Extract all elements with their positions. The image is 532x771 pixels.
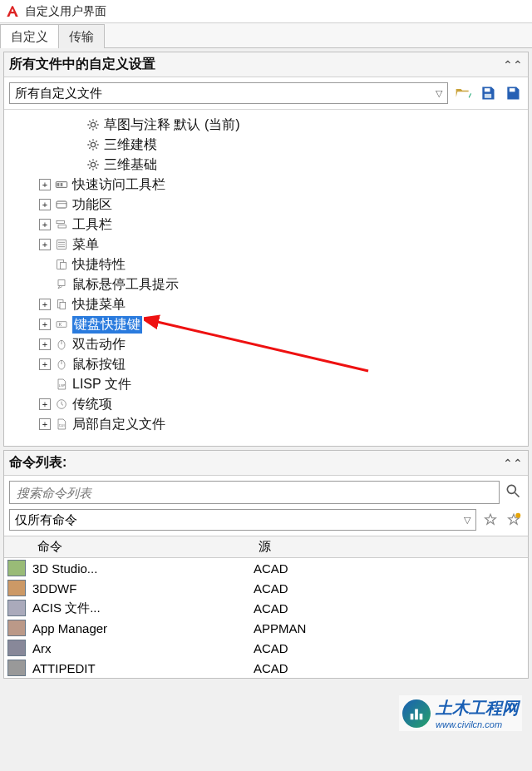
column-header-command[interactable]: 命令: [4, 539, 254, 555]
title-bar: 自定义用户界面: [0, 0, 532, 23]
expand-toggle[interactable]: +: [39, 358, 51, 370]
table-row[interactable]: 3D Studio... ACAD: [4, 558, 528, 578]
command-source: ACAD: [254, 601, 528, 615]
tree-node-mouse-buttons[interactable]: + 鼠标按钮: [12, 354, 525, 374]
tree-node-keyboard-shortcuts[interactable]: + K 键盘快捷键: [12, 314, 525, 334]
svg-point-3: [91, 122, 95, 126]
context-menu-icon: [54, 297, 69, 312]
command-filter-combo[interactable]: 仅所有命令 ▽: [9, 509, 476, 531]
expand-toggle[interactable]: +: [39, 398, 51, 410]
svg-point-4: [91, 142, 95, 146]
watermark: 土木工程网 www.civilcn.com: [399, 695, 522, 731]
menu-icon: [54, 237, 69, 252]
tree-node-menu[interactable]: + 菜单: [12, 235, 525, 255]
tree-node-rollover-tooltip[interactable]: 鼠标悬停工具提示: [12, 274, 525, 294]
table-row[interactable]: 3DDWF ACAD: [4, 578, 528, 598]
tree-label-selected: 键盘快捷键: [72, 316, 142, 334]
tree-node-double-click[interactable]: + 双击动作: [12, 334, 525, 354]
tree-spacer: [39, 279, 51, 290]
command-filter-value: 仅所有命令: [15, 512, 77, 528]
svg-rect-1: [485, 94, 491, 98]
table-row[interactable]: Arx ACAD: [4, 638, 528, 658]
command-source: APPMAN: [254, 621, 528, 635]
chevron-down-icon: ▽: [436, 88, 442, 99]
command-icon: [7, 580, 26, 596]
svg-rect-0: [485, 88, 490, 91]
expand-toggle[interactable]: +: [39, 219, 51, 230]
tree-node-quick-props[interactable]: 快捷特性: [12, 255, 525, 274]
command-icon: [7, 660, 26, 676]
svg-text:CUI: CUI: [59, 423, 65, 428]
expand-toggle[interactable]: +: [39, 339, 51, 350]
tree-label: 三维基础: [104, 156, 157, 174]
svg-text:LSP: LSP: [59, 383, 66, 388]
tree-label: 功能区: [72, 196, 112, 214]
tree-node-qat[interactable]: + 快速访问工具栏: [12, 175, 525, 195]
expand-toggle[interactable]: +: [39, 319, 51, 330]
svg-rect-8: [61, 183, 63, 186]
table-row[interactable]: App Manager APPMAN: [4, 618, 528, 638]
search-icon[interactable]: [503, 481, 523, 501]
cui-file-icon: CUI: [54, 417, 69, 432]
collapse-button[interactable]: ⌃⌃: [503, 457, 523, 470]
keyboard-icon: K: [54, 317, 69, 332]
collapse-button[interactable]: ⌃⌃: [503, 58, 523, 72]
table-row[interactable]: ACIS 文件... ACAD: [4, 598, 528, 618]
svg-point-34: [515, 513, 520, 518]
save-as-button[interactable]: [503, 83, 523, 103]
tree-label: 快速访问工具栏: [72, 176, 165, 194]
tree-spacer: [71, 139, 82, 151]
command-search-row: [4, 476, 528, 509]
tree-spacer: [39, 378, 51, 390]
file-combo[interactable]: 所有自定义文件 ▽: [9, 82, 448, 104]
new-favorite-button[interactable]: [505, 511, 523, 529]
tree-node-legacy[interactable]: + 传统项: [12, 394, 525, 414]
column-header-source[interactable]: 源: [254, 539, 528, 555]
expand-toggle[interactable]: +: [39, 179, 51, 190]
tree-label: 双击动作: [72, 336, 126, 353]
toolbars-icon: [54, 217, 69, 232]
tree-label: 工具栏: [72, 216, 112, 234]
mouse-icon: [54, 357, 69, 372]
tree-node-shortcut-menu[interactable]: + 快捷菜单: [12, 294, 525, 314]
command-name: Arx: [32, 641, 254, 655]
mouse-doubleclick-icon: [54, 337, 69, 352]
expand-toggle[interactable]: +: [39, 299, 51, 310]
tree-node-3d-basics[interactable]: 三维基础: [12, 155, 525, 175]
tab-transfer[interactable]: 传输: [58, 24, 105, 48]
tree-label: 局部自定义文件: [72, 416, 165, 433]
tree-node-3d-modeling[interactable]: 三维建模: [12, 135, 525, 155]
command-table-header: 命令 源: [4, 536, 528, 558]
tree-node-lisp-files[interactable]: LSP LISP 文件: [12, 374, 525, 394]
watermark-logo-icon: [402, 699, 431, 728]
svg-rect-12: [58, 225, 66, 228]
svg-rect-2: [510, 88, 515, 91]
tree-node-ribbon[interactable]: + 功能区: [12, 195, 525, 215]
customization-tree[interactable]: 草图与注释 默认 (当前) 三维建模 三维基础 + 快速访问工具栏: [4, 110, 528, 446]
customizations-title: 所有文件中的自定义设置: [9, 56, 155, 73]
save-button[interactable]: [478, 83, 498, 103]
table-row[interactable]: ATTIPEDIT ACAD: [4, 658, 528, 678]
autocad-app-icon: [5, 4, 20, 19]
svg-rect-9: [57, 201, 66, 208]
command-icon: [7, 640, 26, 656]
svg-rect-21: [60, 302, 66, 309]
tree-node-toolbar[interactable]: + 工具栏: [12, 215, 525, 235]
expand-toggle[interactable]: +: [39, 199, 51, 210]
tree-node-partial-cui[interactable]: + CUI 局部自定义文件: [12, 414, 525, 434]
favorite-button[interactable]: [481, 511, 500, 529]
command-source: ACAD: [254, 641, 528, 655]
command-name: 3D Studio...: [32, 561, 254, 576]
expand-toggle[interactable]: +: [39, 239, 51, 250]
tab-customize[interactable]: 自定义: [0, 24, 59, 48]
tree-label: 草图与注释 默认 (当前): [104, 116, 240, 134]
tree-node-draft-annotate[interactable]: 草图与注释 默认 (当前): [12, 115, 525, 135]
tree-spacer: [71, 159, 82, 171]
open-file-button[interactable]: [453, 83, 473, 103]
customizations-header: 所有文件中的自定义设置 ⌃⌃: [4, 52, 528, 77]
command-search-input[interactable]: [9, 481, 500, 504]
command-source: ACAD: [254, 581, 528, 596]
expand-toggle[interactable]: +: [39, 418, 51, 430]
tree-label: LISP 文件: [72, 376, 131, 393]
tab-strip: 自定义 传输: [0, 23, 532, 48]
